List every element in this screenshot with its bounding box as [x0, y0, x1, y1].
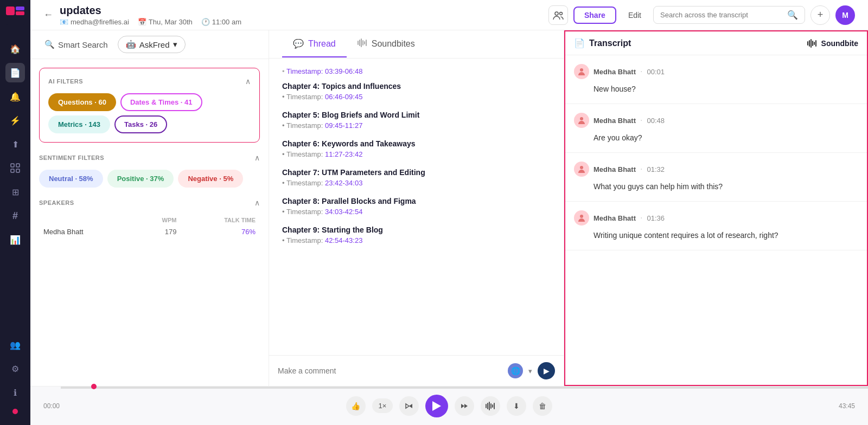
people-icon-button[interactable] [548, 5, 568, 25]
transcript-timestamp: 01:32 [647, 165, 665, 173]
tab-soundbites[interactable]: Soundbites [347, 31, 426, 58]
thumbs-up-button[interactable]: 👍 [346, 396, 366, 416]
sidebar-item-upload[interactable]: ⬆ [5, 134, 25, 154]
filter-positive[interactable]: Positive · 37% [107, 170, 174, 188]
fast-forward-button[interactable] [455, 396, 474, 416]
transcript-entry: Medha Bhatt · 00:01 New house? [565, 55, 867, 104]
transcript-search-input[interactable] [660, 11, 783, 19]
filter-dates-times[interactable]: Dates & Times · 41 [120, 93, 202, 111]
header-right: Share Edit 🔍 + M [548, 5, 855, 25]
right-panel: 📄 Transcript Soundbite Medha Bhatt · [564, 30, 868, 386]
sidebar-item-activity[interactable]: ⚡ [5, 111, 25, 130]
sidebar-item-chart[interactable]: 📊 [5, 230, 25, 249]
clock-icon: 🕐 [201, 18, 210, 26]
svg-rect-6 [11, 169, 14, 172]
sidebar-item-settings[interactable]: ⚙ [5, 359, 25, 378]
filter-negative[interactable]: Negative · 5% [178, 170, 243, 188]
soundbite-label: Soundbite [821, 39, 858, 48]
transcript-entry: Medha Bhatt · 00:48 Are you okay? [565, 104, 867, 153]
comment-input[interactable] [278, 366, 502, 375]
ai-filters-toggle[interactable]: ∧ [245, 77, 251, 86]
download-button[interactable]: ⬇ [507, 396, 526, 416]
speed-button[interactable]: 1× [372, 398, 393, 413]
svg-rect-7 [16, 169, 20, 172]
sidebar-item-grid[interactable] [5, 158, 25, 178]
sentiment-filters-title: SENTIMENT FILTERS [39, 154, 104, 161]
filter-questions[interactable]: Questions · 60 [48, 93, 116, 111]
svg-rect-3 [6, 16, 24, 25]
soundbite-button[interactable]: Soundbite [807, 39, 858, 48]
sidebar-item-notification[interactable]: 🔔 [5, 87, 25, 106]
sidebar-item-apps[interactable]: ⊞ [5, 182, 25, 202]
timestamp-link[interactable]: 23:42-34:03 [325, 179, 362, 187]
svg-rect-21 [815, 40, 816, 47]
transcript-text: What you guys can help him with this? [574, 181, 858, 192]
edit-button[interactable]: Edit [622, 8, 648, 23]
rewind-button[interactable] [399, 396, 419, 416]
delete-button[interactable]: 🗑 [533, 396, 552, 416]
svg-rect-13 [362, 40, 363, 46]
share-button[interactable]: Share [573, 7, 616, 24]
transcript-meta: Medha Bhatt · 00:01 [574, 64, 858, 79]
filter-tasks[interactable]: Tasks · 26 [114, 115, 167, 133]
sidebar-item-people[interactable]: 👥 [5, 335, 25, 355]
ai-filters-header: AI FILTERS ∧ [48, 77, 251, 86]
timestamp-link[interactable]: 06:46-09:45 [325, 93, 362, 101]
sidebar-item-info[interactable]: ℹ [5, 383, 25, 402]
speakers-table: WPM TALK TIME Medha Bhatt 179 76% [39, 215, 260, 238]
smart-search-tab[interactable]: 🔍 Smart Search [39, 36, 113, 53]
waveform-button[interactable] [481, 396, 500, 416]
filter-metrics[interactable]: Metrics · 143 [48, 115, 110, 133]
date-value: Thu, Mar 30th [149, 18, 193, 26]
media-player: 00:00 👍 1× ⬇ 🗑 43:45 [30, 386, 868, 425]
globe-button[interactable]: 🌐 [508, 363, 523, 378]
speakers-col-talktime: TALK TIME [181, 215, 260, 226]
play-button[interactable] [425, 395, 448, 417]
progress-bar[interactable] [61, 387, 868, 389]
transcript-entry: Medha Bhatt · 01:32 What you guys can he… [565, 153, 867, 202]
chapter-timestamp: • Timestamp: 42:54-43:23 [282, 236, 551, 244]
time-end: 43:45 [839, 402, 855, 410]
ask-fred-chevron-icon: ▾ [173, 40, 177, 49]
sentiment-filters-toggle[interactable]: ∧ [254, 153, 260, 162]
transcript-text: Writing unique content requires a lot of… [574, 230, 858, 241]
sidebar: 🏠 📄 🔔 ⚡ ⬆ ⊞ # 📊 👥 ⚙ ℹ [0, 0, 30, 425]
transcript-avatar [574, 210, 589, 226]
add-button[interactable]: + [810, 5, 830, 25]
progress-dot[interactable] [91, 384, 97, 389]
comment-dropdown-button[interactable]: ▾ [528, 367, 532, 375]
sidebar-logo[interactable] [6, 7, 24, 27]
transcript-meta: Medha Bhatt · 01:32 [574, 162, 858, 177]
timestamp-link[interactable]: 42:54-43:23 [325, 236, 362, 244]
comment-send-button[interactable]: ▶ [538, 362, 555, 379]
sentiment-filters-section: SENTIMENT FILTERS ∧ Neutral · 58% Positi… [39, 153, 260, 188]
recording-indicator [12, 409, 18, 414]
left-panel-tabs: 🔍 Smart Search 🤖 AskFred ▾ [30, 30, 269, 59]
timestamp-link[interactable]: 09:45-11:27 [325, 121, 362, 130]
svg-point-8 [555, 12, 558, 15]
filter-neutral[interactable]: Neutral · 58% [39, 170, 103, 188]
speakers-header: SPEAKERS ∧ [39, 198, 260, 207]
middle-content: • Timestamp: 03:39-06:48 Chapter 4: Topi… [269, 59, 564, 355]
svg-rect-5 [16, 164, 20, 167]
sidebar-item-document[interactable]: 📄 [5, 63, 25, 82]
back-button[interactable]: ← [43, 9, 53, 21]
speakers-title: SPEAKERS [39, 199, 74, 206]
ai-filters-title: AI FILTERS [48, 78, 83, 85]
speakers-toggle[interactable]: ∧ [254, 198, 260, 207]
tab-thread[interactable]: 💬 Thread [282, 31, 347, 57]
avatar[interactable]: M [835, 5, 855, 25]
sidebar-item-home[interactable]: 🏠 [5, 39, 25, 59]
chapter-timestamp: • Timestamp: 11:27-23:42 [282, 150, 551, 158]
speakers-section: SPEAKERS ∧ WPM TALK TIME [39, 198, 260, 238]
timestamp-link[interactable]: 34:03-42:54 [325, 208, 362, 216]
svg-point-23 [580, 117, 583, 120]
ask-fred-tab[interactable]: 🤖 AskFred ▾ [118, 36, 186, 53]
transcript-search-box[interactable]: 🔍 [653, 6, 805, 24]
chapter-item: Chapter 9: Starting the Blog • Timestamp… [282, 226, 551, 244]
ai-filter-chips: Questions · 60 Dates & Times · 41 Metric… [48, 93, 251, 133]
sidebar-item-hashtag[interactable]: # [5, 206, 25, 226]
soundbites-label: Soundbites [372, 39, 415, 49]
timestamp-link[interactable]: 11:27-23:42 [325, 150, 362, 158]
speaker-wpm: 179 [135, 226, 181, 238]
